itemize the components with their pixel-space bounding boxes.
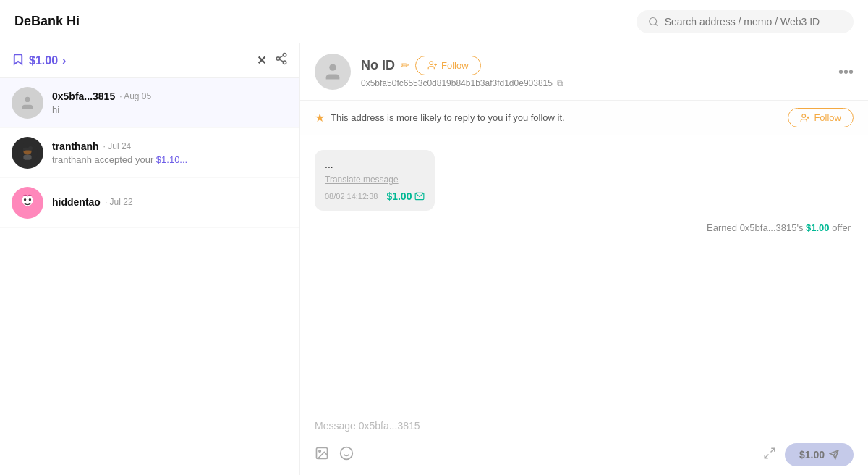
svg-point-16: [329, 64, 336, 71]
conv-name: 0x5bfa...3815: [52, 91, 115, 102]
avatar: [12, 87, 43, 119]
search-bar[interactable]: [637, 10, 854, 33]
share-icon[interactable]: [275, 52, 288, 69]
follow-bar-message: This address is more likely to reply to …: [331, 112, 565, 123]
svg-line-29: [770, 448, 774, 452]
message-footer: 08/02 14:12:38 $1.00: [325, 190, 425, 202]
message-bubble: ... Translate message 08/02 14:12:38 $1.…: [315, 150, 435, 211]
message-input[interactable]: Message 0x5bfa...3815: [315, 414, 854, 437]
sidebar-header: $1.00 › ✕: [0, 43, 299, 78]
contact-name: No ID: [361, 58, 395, 73]
chat-header: No ID ✏ Follow 0x5bfa50fc6553c0d819b84b1…: [300, 43, 868, 101]
svg-point-6: [25, 97, 30, 102]
conv-date: · Aug 05: [119, 91, 151, 101]
balance-chevron: ›: [62, 54, 66, 67]
earned-text-prefix: Earned 0x5bfa...3815's: [707, 222, 803, 233]
avatar: [12, 137, 43, 169]
search-input[interactable]: [665, 16, 842, 28]
follow-button-header[interactable]: Follow: [415, 56, 481, 75]
contact-address: 0x5bfa50fc6553c0d819b84b1b3af3fd1d0e9038…: [361, 78, 553, 88]
message-received: ... Translate message 08/02 14:12:38 $1.…: [315, 150, 854, 211]
follow-bar-text: ★ This address is more likely to reply t…: [315, 111, 565, 125]
svg-point-17: [430, 62, 433, 65]
svg-line-30: [765, 455, 768, 458]
conversation-info: 0x5bfa...3815 · Aug 05 hi: [52, 91, 288, 115]
star-icon: ★: [315, 111, 325, 125]
earned-amount: $1.00: [806, 222, 830, 233]
copy-address-icon[interactable]: ⧉: [557, 78, 563, 88]
bookmark-icon: [12, 53, 25, 69]
svg-line-5: [279, 56, 283, 58]
svg-point-1: [283, 54, 286, 57]
conv-name: tranthanh: [52, 140, 99, 152]
conv-preview: hi: [52, 104, 288, 115]
main-content: $1.00 › ✕: [0, 43, 868, 475]
translate-link[interactable]: Translate message: [325, 175, 425, 185]
svg-rect-9: [23, 155, 31, 160]
follow-button-header-label: Follow: [441, 60, 469, 71]
avatar: [12, 187, 43, 219]
conversation-info: hiddentao · Jul 22: [52, 196, 288, 210]
svg-point-2: [276, 57, 280, 61]
conv-date: · Jul 22: [105, 197, 133, 207]
conversation-info: tranthanh · Jul 24 tranthanh accepted yo…: [52, 140, 288, 165]
svg-point-15: [29, 198, 31, 201]
svg-point-25: [319, 450, 321, 452]
svg-point-0: [650, 17, 657, 25]
svg-point-20: [802, 114, 806, 117]
conversation-item[interactable]: hiddentao · Jul 22: [0, 178, 299, 228]
emoji-button[interactable]: [339, 446, 354, 464]
sidebar: $1.00 › ✕: [0, 43, 300, 475]
follow-notification-bar: ★ This address is more likely to reply t…: [300, 101, 868, 135]
conv-name-row: hiddentao · Jul 22: [52, 196, 288, 208]
sidebar-actions: ✕: [257, 52, 288, 69]
chat-panel: No ID ✏ Follow 0x5bfa50fc6553c0d819b84b1…: [300, 43, 868, 475]
edit-name-icon[interactable]: ✏: [401, 59, 409, 71]
twitter-icon[interactable]: ✕: [257, 54, 266, 67]
conversation-item[interactable]: tranthanh · Jul 24 tranthanh accepted yo…: [0, 128, 299, 178]
balance-amount: $1.00: [29, 54, 58, 67]
earned-text-suffix: offer: [832, 222, 851, 233]
conversation-item[interactable]: 0x5bfa...3815 · Aug 05 hi: [0, 78, 299, 128]
chat-input-area: Message 0x5bfa...3815: [300, 405, 868, 475]
conv-preview: tranthanh accepted your $1.10...: [52, 154, 288, 165]
follow-button-bar-label: Follow: [814, 112, 841, 123]
expand-button[interactable]: [763, 447, 776, 463]
image-attach-button[interactable]: [315, 446, 329, 464]
send-amount-label: $1.00: [799, 449, 825, 461]
conversation-list: 0x5bfa...3815 · Aug 05 hi: [0, 78, 299, 475]
search-icon: [648, 16, 659, 28]
address-row: 0x5bfa50fc6553c0d819b84b1b3af3fd1d0e9038…: [361, 78, 854, 88]
chat-contact-avatar: [315, 54, 351, 90]
chat-name-row: No ID ✏ Follow: [361, 56, 854, 75]
svg-point-26: [341, 447, 353, 459]
chat-input-icons: [315, 446, 354, 464]
message-text: ...: [325, 159, 425, 170]
user-plus-icon: [427, 60, 438, 70]
conv-date: · Jul 24: [103, 141, 132, 151]
conv-name: hiddentao: [52, 196, 101, 208]
user-plus-bar-icon: [800, 113, 810, 123]
svg-point-3: [283, 61, 286, 64]
balance-display[interactable]: $1.00 ›: [12, 53, 66, 69]
more-options-icon[interactable]: •••: [838, 64, 854, 80]
chat-input-toolbar: $1.00: [315, 443, 854, 466]
envelope-icon: [414, 191, 425, 201]
conv-name-row: tranthanh · Jul 24: [52, 140, 288, 152]
follow-button-bar[interactable]: Follow: [788, 108, 854, 127]
earned-notice: Earned 0x5bfa...3815's $1.00 offer: [315, 222, 854, 233]
chat-header-info: No ID ✏ Follow 0x5bfa50fc6553c0d819b84b1…: [361, 56, 854, 88]
svg-point-14: [24, 198, 26, 201]
conv-name-row: 0x5bfa...3815 · Aug 05: [52, 91, 288, 102]
send-button[interactable]: $1.00: [785, 443, 854, 466]
chat-input-right: $1.00: [763, 443, 854, 466]
app-header: DeBank Hi: [0, 0, 868, 43]
chat-messages: ... Translate message 08/02 14:12:38 $1.…: [300, 135, 868, 405]
message-timestamp: 08/02 14:12:38: [325, 192, 378, 201]
svg-line-4: [279, 59, 283, 62]
app-logo: DeBank Hi: [14, 14, 80, 29]
send-icon: [829, 450, 839, 460]
message-amount: $1.00: [386, 190, 425, 202]
